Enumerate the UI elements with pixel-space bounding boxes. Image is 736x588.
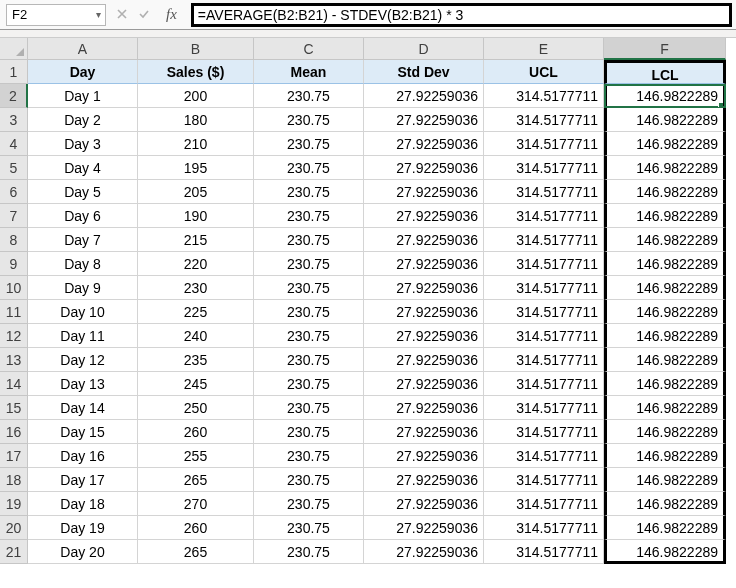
name-box-dropdown-icon[interactable]: ▾	[91, 9, 105, 20]
cell-day[interactable]: Day 4	[28, 156, 138, 180]
cell-day[interactable]: Day 16	[28, 444, 138, 468]
cell-lcl[interactable]: 146.9822289	[604, 180, 726, 204]
cancel-icon[interactable]	[116, 7, 128, 23]
cell-sales[interactable]: 265	[138, 540, 254, 564]
cell-lcl[interactable]: 146.9822289	[604, 156, 726, 180]
row-header-1[interactable]: 1	[0, 60, 28, 84]
cell-sales[interactable]: 240	[138, 324, 254, 348]
cell-mean[interactable]: 230.75	[254, 516, 364, 540]
cell-sales[interactable]: 205	[138, 180, 254, 204]
cell-mean[interactable]: 230.75	[254, 156, 364, 180]
row-header-8[interactable]: 8	[0, 228, 28, 252]
cell-ucl[interactable]: 314.5177711	[484, 324, 604, 348]
cell-ucl[interactable]: 314.5177711	[484, 180, 604, 204]
cell-sales[interactable]: 195	[138, 156, 254, 180]
cell-ucl[interactable]: 314.5177711	[484, 300, 604, 324]
cell-stddev[interactable]: 27.92259036	[364, 468, 484, 492]
cell-lcl[interactable]: 146.9822289	[604, 540, 726, 564]
cell-day[interactable]: Day 17	[28, 468, 138, 492]
select-all-corner[interactable]	[0, 38, 28, 60]
row-header-9[interactable]: 9	[0, 252, 28, 276]
cell-day[interactable]: Day 7	[28, 228, 138, 252]
cell-mean[interactable]: 230.75	[254, 132, 364, 156]
row-header-11[interactable]: 11	[0, 300, 28, 324]
cell-ucl[interactable]: 314.5177711	[484, 108, 604, 132]
row-header-7[interactable]: 7	[0, 204, 28, 228]
cell-mean[interactable]: 230.75	[254, 276, 364, 300]
cell-lcl[interactable]: 146.9822289	[604, 276, 726, 300]
cell-mean[interactable]: 230.75	[254, 228, 364, 252]
cell-ucl[interactable]: 314.5177711	[484, 516, 604, 540]
cell-ucl[interactable]: 314.5177711	[484, 372, 604, 396]
cell-day[interactable]: Day 6	[28, 204, 138, 228]
cell-lcl[interactable]: 146.9822289	[604, 84, 726, 108]
fx-icon[interactable]: fx	[160, 6, 183, 23]
cell-day[interactable]: Day 5	[28, 180, 138, 204]
header-sales[interactable]: Sales ($)	[138, 60, 254, 84]
row-header-6[interactable]: 6	[0, 180, 28, 204]
cell-day[interactable]: Day 19	[28, 516, 138, 540]
cell-lcl[interactable]: 146.9822289	[604, 348, 726, 372]
row-header-15[interactable]: 15	[0, 396, 28, 420]
row-header-10[interactable]: 10	[0, 276, 28, 300]
cell-sales[interactable]: 255	[138, 444, 254, 468]
cell-mean[interactable]: 230.75	[254, 468, 364, 492]
cell-sales[interactable]: 250	[138, 396, 254, 420]
name-box[interactable]: F2 ▾	[6, 4, 106, 26]
header-mean[interactable]: Mean	[254, 60, 364, 84]
cell-lcl[interactable]: 146.9822289	[604, 324, 726, 348]
cell-stddev[interactable]: 27.92259036	[364, 228, 484, 252]
row-header-4[interactable]: 4	[0, 132, 28, 156]
row-header-17[interactable]: 17	[0, 444, 28, 468]
col-header-C[interactable]: C	[254, 38, 364, 60]
cell-sales[interactable]: 225	[138, 300, 254, 324]
cell-ucl[interactable]: 314.5177711	[484, 228, 604, 252]
cell-lcl[interactable]: 146.9822289	[604, 420, 726, 444]
row-header-16[interactable]: 16	[0, 420, 28, 444]
row-header-20[interactable]: 20	[0, 516, 28, 540]
row-header-3[interactable]: 3	[0, 108, 28, 132]
cell-lcl[interactable]: 146.9822289	[604, 204, 726, 228]
cell-stddev[interactable]: 27.92259036	[364, 300, 484, 324]
cell-stddev[interactable]: 27.92259036	[364, 444, 484, 468]
cell-day[interactable]: Day 15	[28, 420, 138, 444]
cell-ucl[interactable]: 314.5177711	[484, 348, 604, 372]
enter-icon[interactable]	[138, 7, 150, 23]
col-header-A[interactable]: A	[28, 38, 138, 60]
header-day[interactable]: Day	[28, 60, 138, 84]
cell-lcl[interactable]: 146.9822289	[604, 372, 726, 396]
cell-stddev[interactable]: 27.92259036	[364, 180, 484, 204]
cell-mean[interactable]: 230.75	[254, 204, 364, 228]
cell-mean[interactable]: 230.75	[254, 372, 364, 396]
cell-stddev[interactable]: 27.92259036	[364, 372, 484, 396]
col-header-E[interactable]: E	[484, 38, 604, 60]
cell-sales[interactable]: 215	[138, 228, 254, 252]
cell-sales[interactable]: 180	[138, 108, 254, 132]
cell-mean[interactable]: 230.75	[254, 300, 364, 324]
cell-lcl[interactable]: 146.9822289	[604, 468, 726, 492]
cell-lcl[interactable]: 146.9822289	[604, 444, 726, 468]
cell-ucl[interactable]: 314.5177711	[484, 156, 604, 180]
cell-lcl[interactable]: 146.9822289	[604, 300, 726, 324]
cell-lcl[interactable]: 146.9822289	[604, 492, 726, 516]
row-header-5[interactable]: 5	[0, 156, 28, 180]
cell-mean[interactable]: 230.75	[254, 492, 364, 516]
cell-day[interactable]: Day 2	[28, 108, 138, 132]
cell-mean[interactable]: 230.75	[254, 420, 364, 444]
cell-stddev[interactable]: 27.92259036	[364, 492, 484, 516]
cell-ucl[interactable]: 314.5177711	[484, 492, 604, 516]
cell-ucl[interactable]: 314.5177711	[484, 276, 604, 300]
cell-stddev[interactable]: 27.92259036	[364, 348, 484, 372]
row-header-2[interactable]: 2	[0, 84, 28, 108]
header-ucl[interactable]: UCL	[484, 60, 604, 84]
cell-stddev[interactable]: 27.92259036	[364, 108, 484, 132]
row-header-12[interactable]: 12	[0, 324, 28, 348]
cell-lcl[interactable]: 146.9822289	[604, 108, 726, 132]
cell-stddev[interactable]: 27.92259036	[364, 84, 484, 108]
cell-stddev[interactable]: 27.92259036	[364, 252, 484, 276]
cell-stddev[interactable]: 27.92259036	[364, 396, 484, 420]
cell-mean[interactable]: 230.75	[254, 396, 364, 420]
cell-mean[interactable]: 230.75	[254, 540, 364, 564]
row-header-13[interactable]: 13	[0, 348, 28, 372]
cell-stddev[interactable]: 27.92259036	[364, 132, 484, 156]
